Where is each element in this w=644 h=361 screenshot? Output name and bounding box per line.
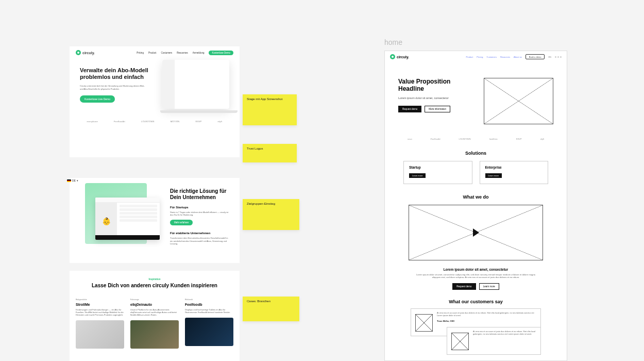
trust-logos-row: novo Feelfoodbt LOUNTOWN healthtec RSVP … bbox=[385, 135, 567, 147]
startup-cta-button[interactable]: Mehr erfahren bbox=[170, 220, 193, 225]
language-switch[interactable]: EN bbox=[548, 56, 551, 58]
case-title: StrollMe bbox=[76, 303, 124, 306]
startup-desc: Starte in 7 Tagen oder skaliere dein Mod… bbox=[170, 211, 230, 216]
product-card: 👶 bbox=[95, 198, 160, 240]
logo-icon bbox=[390, 54, 395, 59]
video-placeholder[interactable] bbox=[409, 205, 543, 260]
hero-cta-button[interactable]: Kostenlose Live Demo bbox=[80, 95, 115, 103]
case-category: Babyprodukte bbox=[76, 299, 124, 301]
sticky-note-cases[interactable]: Cases: Branchen bbox=[243, 297, 299, 321]
site-nav: circuly. Pricing Product Customers Resou… bbox=[70, 46, 240, 59]
hero-headline: Value Proposition Headline bbox=[398, 78, 474, 93]
hero-sub: Lorem ipsum dolor sit amet, consectetur bbox=[398, 96, 474, 100]
brand-name: circuly. bbox=[397, 55, 409, 59]
case-desc: Displays und hochwertige Tablets im Abo … bbox=[185, 308, 233, 314]
trust-logo: elyft bbox=[540, 138, 544, 140]
case-title: Feelfoodb bbox=[185, 303, 233, 306]
card-button[interactable]: Learn more bbox=[485, 173, 502, 178]
nav-product[interactable]: Product bbox=[466, 56, 473, 58]
language-switch[interactable]: DE ▾ bbox=[67, 179, 78, 182]
hero-image-placeholder bbox=[484, 78, 553, 124]
nav-cta-button[interactable]: Kostenlose Demo bbox=[209, 51, 233, 55]
cases-title: Lasse Dich von anderen circuly Kunden in… bbox=[76, 283, 233, 289]
trust-logo: LOUNTOWN bbox=[459, 138, 470, 140]
brand-name: circuly. bbox=[82, 51, 95, 55]
body-paragraph: Lorem ipsum dolor sit amet, consectetur … bbox=[414, 273, 538, 279]
card-button[interactable]: Learn more bbox=[409, 173, 426, 178]
case-image bbox=[130, 320, 179, 349]
nav-cta-button[interactable]: Book a demo bbox=[526, 54, 545, 59]
solution-image: 👶 bbox=[85, 183, 160, 245]
nav-pricing[interactable]: Pricing bbox=[477, 56, 483, 58]
hero-screenshot-wrap bbox=[162, 67, 229, 109]
trust-logo: Feelfoodbt bbox=[114, 120, 125, 123]
flag-de-icon bbox=[67, 179, 71, 182]
trust-logo: healthtec bbox=[489, 138, 498, 140]
nav-product[interactable]: Product bbox=[148, 52, 157, 54]
frame-label: home bbox=[384, 38, 402, 46]
avatar-placeholder bbox=[415, 314, 433, 332]
case-category: Fahrzeuge bbox=[130, 299, 179, 301]
laptop-base-icon bbox=[160, 110, 238, 113]
card-title: Enterprise bbox=[485, 166, 543, 169]
nav-pricing[interactable]: Pricing bbox=[137, 52, 144, 54]
nav-about[interactable]: About us bbox=[514, 56, 522, 58]
body-primary-button[interactable]: Request demo bbox=[452, 283, 476, 290]
hero-headline: Verwalte dein Abo-Modell problemlos und … bbox=[80, 67, 155, 80]
brand-logo[interactable]: circuly. bbox=[390, 54, 409, 59]
hero-primary-button[interactable]: Request demo bbox=[398, 106, 421, 112]
case-image bbox=[185, 318, 233, 346]
trust-logo: RSVP bbox=[516, 138, 522, 140]
brand-logo[interactable]: circuly. bbox=[76, 50, 95, 55]
nav-resources[interactable]: Resources bbox=[177, 52, 188, 54]
artboard-solutions: DE ▾ 👶 Die richtige Lösung für Dein Unte… bbox=[70, 178, 240, 263]
trust-logo: Feelfoodbt bbox=[431, 138, 440, 140]
hero-sub: Circuly unterstützt dich bei der Verwalt… bbox=[80, 85, 147, 90]
enterprise-heading: Für etablierte Unternehmen bbox=[170, 232, 230, 235]
case-card[interactable]: Elektronik Feelfoodb Displays und hochwe… bbox=[185, 299, 233, 349]
trust-logo: LOUNTOWN bbox=[141, 120, 155, 123]
testimonial-quote: At vero eos et accusam et justo duo dolo… bbox=[437, 312, 536, 317]
nav-customers[interactable]: Customers bbox=[161, 52, 172, 54]
case-card[interactable]: Fahrzeuge eliqDeinauto Unsere Plattform … bbox=[130, 299, 179, 349]
artboard-hero: circuly. Pricing Product Customers Resou… bbox=[70, 46, 240, 157]
sticky-note-hero[interactable]: Stage mit App Screenshot bbox=[243, 94, 297, 125]
logo-icon bbox=[76, 50, 81, 55]
solution-card-startup[interactable]: Startup Learn more bbox=[403, 161, 472, 184]
trust-logo: elyft bbox=[218, 120, 223, 123]
nav-login[interactable]: Anmeldung bbox=[193, 52, 205, 54]
body-heading: Lorem ipsum dolor sit amet, consectetur bbox=[414, 268, 538, 271]
case-desc: Kinderwagen und Fahrradanhänger — ein Ab… bbox=[76, 308, 124, 317]
case-image bbox=[76, 320, 124, 349]
nav-resources[interactable]: Resources bbox=[500, 56, 510, 58]
sticky-note-solutions[interactable]: Zielgruppen-Einstieg bbox=[243, 199, 299, 230]
chevron-down-icon: ▾ bbox=[77, 179, 78, 182]
wireframe-home: circuly. Product Pricing Customers Resou… bbox=[384, 51, 567, 361]
avatar-placeholder bbox=[451, 333, 469, 350]
case-category: Elektronik bbox=[185, 299, 233, 301]
trust-logos-row: everphone Feelfoodbt LOUNTOWN MOTION RSV… bbox=[70, 113, 240, 128]
app-screenshot bbox=[162, 60, 229, 109]
customers-title: What our customers say bbox=[385, 299, 567, 304]
enterprise-desc: Transformiere dein Einmalverkauf-basiert… bbox=[170, 237, 230, 245]
solutions-title: Die richtige Lösung für Dein Unternehmen bbox=[170, 188, 230, 201]
sticky-note-trust[interactable]: Trust Logos bbox=[243, 144, 297, 162]
nav-customers[interactable]: Customers bbox=[487, 56, 497, 58]
startup-heading: Für Startups bbox=[170, 206, 230, 209]
trust-logo: novo bbox=[408, 138, 412, 140]
stroller-icon: 👶 bbox=[95, 203, 117, 240]
card-title: Startup bbox=[409, 166, 467, 169]
testimonial-quote: At vero eos et accusam et justo duo dolo… bbox=[473, 331, 536, 336]
solution-card-enterprise[interactable]: Enterprise Learn more bbox=[480, 161, 549, 184]
testimonial-name: Timm Müller, CEO bbox=[437, 320, 536, 322]
case-card[interactable]: Babyprodukte StrollMe Kinderwagen und Fa… bbox=[76, 299, 124, 349]
trust-logo: RSVP bbox=[196, 120, 202, 123]
whatwedo-title: What we do bbox=[385, 194, 567, 200]
hero-secondary-button[interactable]: More information bbox=[425, 106, 450, 112]
menu-dots-icon[interactable] bbox=[555, 56, 562, 58]
wf-nav: circuly. Product Pricing Customers Resou… bbox=[385, 51, 567, 62]
body-secondary-button[interactable]: Learn more bbox=[479, 283, 499, 290]
play-icon bbox=[473, 228, 479, 237]
testimonial-card: At vero eos et accusam et justo duo dolo… bbox=[447, 327, 541, 355]
trust-logo: MOTION bbox=[171, 120, 180, 123]
